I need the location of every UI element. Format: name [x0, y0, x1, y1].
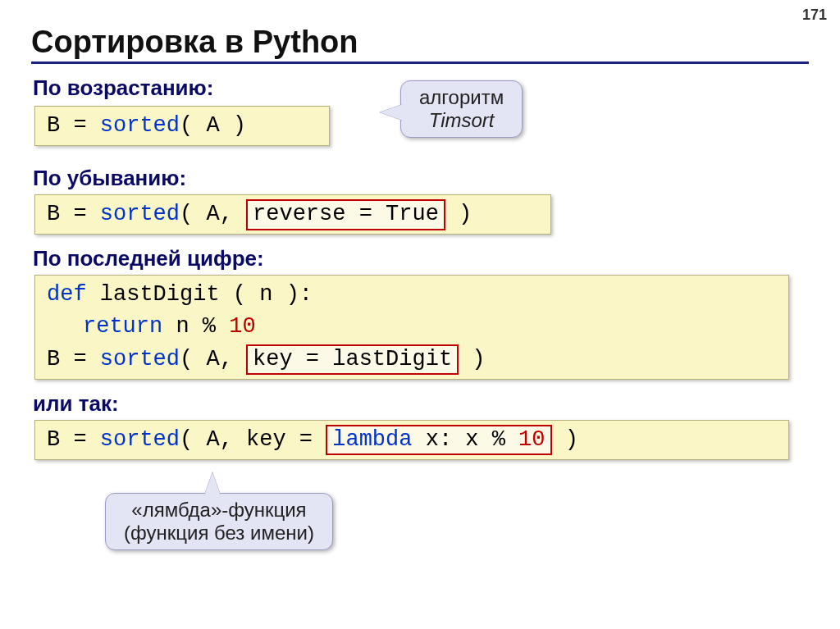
- callout-line: Timsort: [419, 109, 504, 132]
- code-token: ): [552, 427, 578, 452]
- code-token: lastDigit ( n ):: [87, 282, 313, 307]
- code-highlight-key: key = lastDigit: [246, 344, 459, 376]
- code-token: B =: [47, 347, 100, 371]
- code-token: B =: [47, 202, 100, 226]
- code-token-number: 10: [229, 314, 255, 339]
- callout-line: алгоритм: [419, 86, 504, 109]
- code-token-sorted: sorted: [100, 427, 180, 452]
- callout-line: «лямбда»-функция: [124, 499, 314, 522]
- code-token-sorted: sorted: [100, 202, 180, 226]
- code-token: ( A,: [180, 347, 246, 371]
- code-highlight-reverse: reverse = True: [246, 199, 445, 230]
- code-highlight-lambda: lambda x: x % 10: [326, 425, 551, 456]
- code-token-sorted: sorted: [100, 347, 180, 371]
- code-token-sorted: sorted: [100, 113, 180, 138]
- code-token: ( A, key =: [180, 427, 326, 452]
- section-lambda-label: или так:: [33, 391, 809, 417]
- code-token: ( A,: [180, 202, 246, 226]
- code-token: ( A ): [180, 113, 246, 138]
- code-token: ): [459, 347, 485, 371]
- code-token: x: x %: [412, 427, 518, 452]
- code-token: n %: [162, 314, 229, 339]
- code-token-lambda: lambda: [332, 427, 412, 452]
- code-lambda: B = sorted( A, key = lambda x: x % 10 ): [34, 420, 789, 460]
- code-descending: B = sorted( A, reverse = True ): [34, 194, 551, 235]
- code-ascending: B = sorted( A ): [34, 106, 330, 146]
- slide-content: Сортировка в Python По возрастанию: B = …: [0, 0, 840, 550]
- slide-title: Сортировка в Python: [31, 25, 809, 60]
- callout-line: (функция без имени): [124, 522, 314, 545]
- callout-timsort: алгоритм Timsort: [400, 80, 523, 138]
- code-token: B =: [47, 113, 100, 138]
- code-token: B =: [47, 427, 100, 452]
- callout-lambda: «лямбда»-функция (функция без имени): [105, 493, 333, 550]
- section-lastdigit-label: По последней цифре:: [33, 246, 809, 271]
- code-token-def: def: [47, 282, 87, 307]
- code-lastdigit: def lastDigit ( n ): return n % 10 B = s…: [34, 275, 789, 379]
- code-token: ): [445, 202, 472, 226]
- code-token-number: 10: [518, 427, 545, 452]
- title-rule: [31, 62, 809, 64]
- section-descending-label: По убыванию:: [33, 166, 809, 191]
- code-token-return: return: [83, 314, 162, 339]
- page-number: 171: [802, 7, 827, 24]
- callout-arrow-icon: [380, 104, 403, 121]
- callout-arrow-icon: [204, 472, 221, 495]
